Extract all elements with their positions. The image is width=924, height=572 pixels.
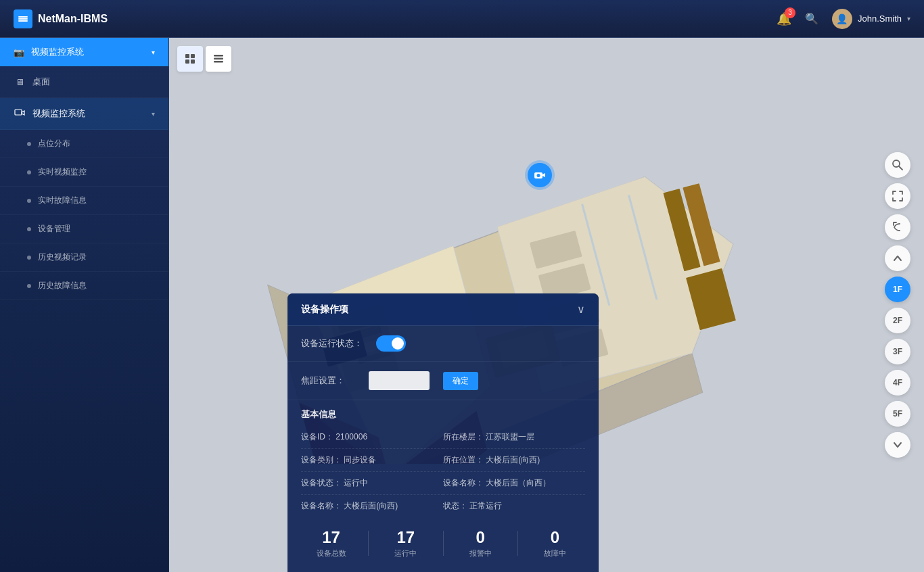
info-panel-title: 设备操作项 xyxy=(301,304,348,316)
label-location: 所在位置： xyxy=(443,455,484,464)
confirm-button[interactable]: 确定 xyxy=(443,372,478,390)
user-info[interactable]: 👤 John.Smith ▾ xyxy=(832,9,910,29)
fullscreen-button[interactable] xyxy=(885,183,910,209)
sidebar-top-label: 视频监控系统 xyxy=(31,46,84,58)
info-cell-device-id: 设备ID： 2100006 xyxy=(301,426,443,449)
floor-2f-button[interactable]: 2F xyxy=(885,308,910,333)
main-content: 1F 2F 3F 4F 5F xyxy=(169,38,924,572)
floor-5f-button[interactable]: 5F xyxy=(885,401,910,427)
info-cell-device-name1: 设备名称： 大楼后面（向西） xyxy=(443,472,585,495)
focal-input[interactable] xyxy=(369,371,430,390)
sidebar-item-device-mgmt[interactable]: 设备管理 xyxy=(0,215,168,243)
notification-button[interactable]: 🔔 3 xyxy=(777,11,791,26)
svg-rect-4 xyxy=(185,54,189,58)
logo: NetMan-IBMS xyxy=(14,9,108,28)
sidebar-label-rt-video: 实时视频监控 xyxy=(38,166,87,178)
search-3d-button[interactable] xyxy=(885,152,910,178)
user-menu-arrow: ▾ xyxy=(907,15,910,22)
user-name: John.Smith xyxy=(858,14,902,24)
value-device-name1: 大楼后面（向西） xyxy=(486,478,551,487)
sidebar-label-hist-fault: 历史故障信息 xyxy=(38,280,87,291)
label-device-id: 设备ID： xyxy=(301,432,333,442)
floor-5f-label: 5F xyxy=(893,409,902,419)
sidebar-label-point: 点位分布 xyxy=(38,138,70,149)
collapse-button[interactable]: ∨ xyxy=(577,303,585,316)
svg-rect-9 xyxy=(214,58,223,60)
sidebar-item-history-video[interactable]: 历史视频记录 xyxy=(0,243,168,272)
value-category: 同步设备 xyxy=(344,455,376,464)
stat-fault-num: 0 xyxy=(525,528,585,547)
run-status-label: 设备运行状态： xyxy=(301,337,363,350)
sidebar-item-history-fault[interactable]: 历史故障信息 xyxy=(0,272,168,300)
sidebar-top-icon: 📷 xyxy=(14,47,24,57)
sidebar-item-realtime-video[interactable]: 实时视频监控 xyxy=(0,158,168,187)
info-cell-floor: 所在楼层： 江苏联盟一层 xyxy=(443,426,585,449)
grid-view-button[interactable] xyxy=(177,46,203,72)
value-device-name2: 大楼后面(向西) xyxy=(344,501,398,510)
toggle-knob xyxy=(392,337,404,350)
stat-alarm-label: 报警中 xyxy=(451,548,511,558)
desktop-icon: 🖥 xyxy=(14,76,26,88)
floor-1f-button[interactable]: 1F xyxy=(885,277,910,302)
value-status: 运行中 xyxy=(344,478,368,487)
logo-icon xyxy=(14,9,32,28)
stat-alarm-num: 0 xyxy=(451,528,511,547)
sidebar-item-point-dist[interactable]: 点位分布 xyxy=(0,130,168,158)
up-button[interactable] xyxy=(885,245,910,271)
svg-rect-1 xyxy=(18,18,28,20)
stats-row: 17 设备总数 17 运行中 0 报警中 0 xyxy=(287,517,599,558)
svg-rect-0 xyxy=(18,16,28,18)
svg-rect-7 xyxy=(191,59,195,64)
video-icon xyxy=(14,108,26,120)
sub-dot xyxy=(27,142,31,146)
info-cell-location: 所在位置： 大楼后面(向西) xyxy=(443,449,585,472)
stat-fault-label: 故障中 xyxy=(525,548,585,558)
focal-label: 焦距设置： xyxy=(301,375,355,387)
search-button[interactable]: 🔍 xyxy=(805,12,818,25)
svg-rect-2 xyxy=(18,20,28,22)
basic-info-title: 基本信息 xyxy=(287,400,599,426)
floor-3f-label: 3F xyxy=(893,347,902,356)
floor-4f-button[interactable]: 4F xyxy=(885,370,910,396)
svg-point-40 xyxy=(537,174,540,177)
list-view-button[interactable] xyxy=(206,46,231,72)
floor-1f-label: 1F xyxy=(893,285,902,294)
down-button[interactable] xyxy=(885,432,910,458)
camera-marker[interactable] xyxy=(528,163,552,187)
svg-rect-6 xyxy=(185,59,189,64)
stat-running-label: 运行中 xyxy=(375,548,436,558)
value-floor: 江苏联盟一层 xyxy=(486,432,534,442)
stat-total-label: 设备总数 xyxy=(301,548,361,558)
label-category: 设备类别： xyxy=(301,455,342,464)
label-device-name2: 设备名称： xyxy=(301,501,342,510)
floor-3f-button[interactable]: 3F xyxy=(885,339,910,364)
sub-dot xyxy=(27,170,31,174)
info-panel: 设备操作项 ∨ 设备运行状态： 焦距设置： 确定 基本信息 xyxy=(287,293,599,572)
sidebar-item-desktop[interactable]: 🖥 桌面 xyxy=(0,66,168,98)
sub-dot xyxy=(27,199,31,203)
run-status-row: 设备运行状态： xyxy=(287,326,599,362)
floor-4f-label: 4F xyxy=(893,378,902,387)
back-button[interactable] xyxy=(885,214,910,240)
stat-running: 17 运行中 xyxy=(375,528,436,558)
sidebar-top-arrow: ▾ xyxy=(152,49,155,56)
notification-badge: 3 xyxy=(785,7,795,18)
label-floor: 所在楼层： xyxy=(443,432,484,442)
label-device-name1: 设备名称： xyxy=(443,478,484,487)
header-actions: 🔔 3 🔍 👤 John.Smith ▾ xyxy=(777,9,910,29)
sub-dot xyxy=(27,227,31,231)
sidebar-label-hist-video: 历史视频记录 xyxy=(38,252,87,263)
value-device-id: 2100006 xyxy=(336,432,367,442)
sidebar-item-realtime-fault[interactable]: 实时故障信息 xyxy=(0,187,168,215)
sidebar-item-video-monitor[interactable]: 视频监控系统 ▾ xyxy=(0,98,168,130)
stat-fault: 0 故障中 xyxy=(525,528,585,558)
stat-alarm: 0 报警中 xyxy=(451,528,511,558)
sidebar-top-nav[interactable]: 📷 视频监控系统 ▾ xyxy=(0,38,168,66)
sidebar-label-device: 设备管理 xyxy=(38,223,70,235)
sub-dot xyxy=(27,256,31,260)
run-status-toggle[interactable] xyxy=(376,335,406,352)
focal-row: 焦距设置： 确定 xyxy=(287,362,599,400)
svg-rect-3 xyxy=(15,110,22,115)
label-status: 设备状态： xyxy=(301,478,342,487)
value-location: 大楼后面(向西) xyxy=(486,455,540,464)
